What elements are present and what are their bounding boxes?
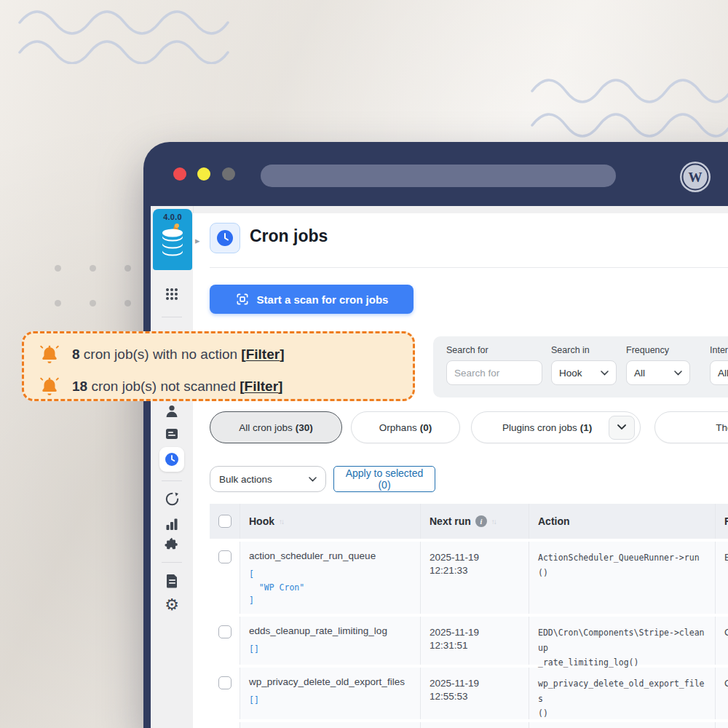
clock-icon [216,229,234,247]
next-run-value: 2025-11-19 12:55:53 [430,678,479,702]
row-checkbox[interactable] [218,625,232,638]
decor-wave-top-right [529,73,728,140]
tab-count: (30) [296,422,313,433]
sidebar-item-tables[interactable] [151,427,193,441]
puzzle-icon [164,536,180,552]
screenshot-root: W 4.0.0 [0,0,728,728]
hook-column-header[interactable]: Hook [249,515,274,527]
browser-window: W 4.0.0 [143,142,728,728]
sidebar-item-settings[interactable]: ⚙ [151,596,193,614]
search-in-value: Hook [559,368,582,379]
sidebar-item-users[interactable] [151,403,193,419]
alert-count: 18 [72,379,87,394]
search-for-label: Search for [446,345,542,355]
frequency-value: E [724,552,728,563]
tab-orphans[interactable]: Orphans (0) [351,411,460,443]
sidebar-item-cron-jobs-active[interactable] [159,447,184,472]
hook-args: [ "WP Cron" ] [249,569,411,607]
alert-text: cron job(s) not scanned [91,379,236,394]
plugin-sidebar: 4.0.0 [151,206,194,728]
chevron-down-icon [601,371,609,376]
action-column-header: Action [538,515,570,527]
sidebar-item-logs[interactable] [151,573,193,588]
filter-panel: Search for Search in Hook Frequency A [433,336,728,397]
sidebar-item-history[interactable] [151,491,193,507]
maximize-window-button[interactable] [222,167,235,181]
clock-icon [165,452,179,467]
cron-jobs-page-icon [210,223,240,253]
select-all-checkbox[interactable] [218,515,232,528]
alerts-callout: 8 cron job(s) with no action [Filter] 18… [22,331,415,401]
start-scan-label: Start a scan for cron jobs [257,293,389,306]
alert-count: 8 [72,347,80,362]
search-input[interactable] [446,360,542,385]
sort-icon[interactable]: ↑↓ [279,518,283,526]
table-row: action_scheduler_run_queue[ "WP Cron" ] … [210,542,728,617]
action-value: EDD\Cron\Components\Stripe->cleanup _rat… [538,625,706,670]
alert-filter-link[interactable]: [Filter] [241,347,284,362]
sidebar-item-dashboard[interactable] [151,286,193,302]
search-in-select[interactable]: Hook [551,360,617,385]
tab-themes-cron-jobs[interactable]: Themes cro [654,411,728,443]
bulk-actions-value: Bulk actions [219,474,272,485]
chevron-down-icon [617,424,626,430]
table-row: dbclnr_cron_analytics 2025-11-19 15:25:2… [210,722,728,728]
plugin-logo[interactable]: 4.0.0 [153,209,192,270]
minimize-window-button[interactable] [197,167,210,181]
table-row: edds_cleanup_rate_limiting_log[] 2025-11… [210,617,728,668]
next-run-column-header[interactable]: Next run [430,515,471,527]
svg-text:W: W [689,170,703,185]
main-content: ▸ Cron jobs Start a scan for cron jobs [193,213,728,728]
gear-icon: ⚙ [165,596,179,614]
action-value: ActionScheduler_QueueRunner->run() [538,550,706,580]
search-in-label: Search in [551,345,617,355]
interval-select[interactable]: All [710,360,728,385]
tab-label: Orphans [379,422,417,433]
wordpress-logo-icon: W [678,159,713,194]
frequency-select[interactable]: All [626,360,690,385]
header-divider [210,267,728,268]
bell-icon [39,344,60,365]
tab-plugins-cron-jobs[interactable]: Plugins cron jobs (1) [471,411,641,443]
alert-text: cron job(s) with no action [84,347,237,362]
database-cleaner-icon [157,221,188,261]
alert-not-scanned: 18 cron job(s) not scanned [Filter] [39,376,282,397]
info-icon[interactable]: i [475,515,487,527]
scan-icon [235,292,250,306]
row-checkbox[interactable] [218,550,232,563]
hook-args: [] [249,644,411,657]
user-icon [164,403,180,419]
address-bar[interactable] [261,165,616,187]
tab-label: All cron jobs [239,422,293,433]
interval-value: All [718,368,728,379]
plugins-tab-dropdown-button[interactable] [609,416,635,440]
apply-to-selected-button[interactable]: Apply to selected (0) [333,466,435,492]
refresh-icon [165,491,180,507]
sidebar-item-analytics[interactable] [151,517,193,531]
next-run-value: 2025-11-19 12:31:51 [430,627,479,651]
chevron-down-icon [309,477,317,482]
breadcrumb-chevron-icon: ▸ [195,235,200,246]
tab-count: (0) [420,422,432,433]
start-scan-button[interactable]: Start a scan for cron jobs [210,285,414,314]
version-badge: 4.0.0 [153,213,192,221]
card-icon [165,427,179,441]
hook-name: action_scheduler_run_queue [249,550,411,561]
page-title: Cron jobs [250,226,328,246]
close-window-button[interactable] [173,167,186,181]
action-value: wp_privacy_delete_old_export_files () [538,676,706,721]
frequency-column-header: F [724,515,728,527]
row-checkbox[interactable] [218,676,232,689]
grid-icon [164,286,180,302]
sidebar-item-plugins[interactable] [151,536,193,552]
admin-body: 4.0.0 [151,206,728,728]
bulk-actions-select[interactable]: Bulk actions [210,466,326,492]
cron-jobs-table: Hook↑↓ Next runi↑↓ Action F action_sched… [210,504,728,728]
frequency-value: O [724,627,728,638]
tab-all-cron-jobs[interactable]: All cron jobs (30) [210,411,342,443]
interval-label: Inter [710,345,728,355]
table-header-row: Hook↑↓ Next runi↑↓ Action F [210,504,728,542]
sort-icon[interactable]: ↑↓ [491,518,496,526]
alert-filter-link[interactable]: [Filter] [240,379,282,394]
frequency-value: O [724,678,728,689]
